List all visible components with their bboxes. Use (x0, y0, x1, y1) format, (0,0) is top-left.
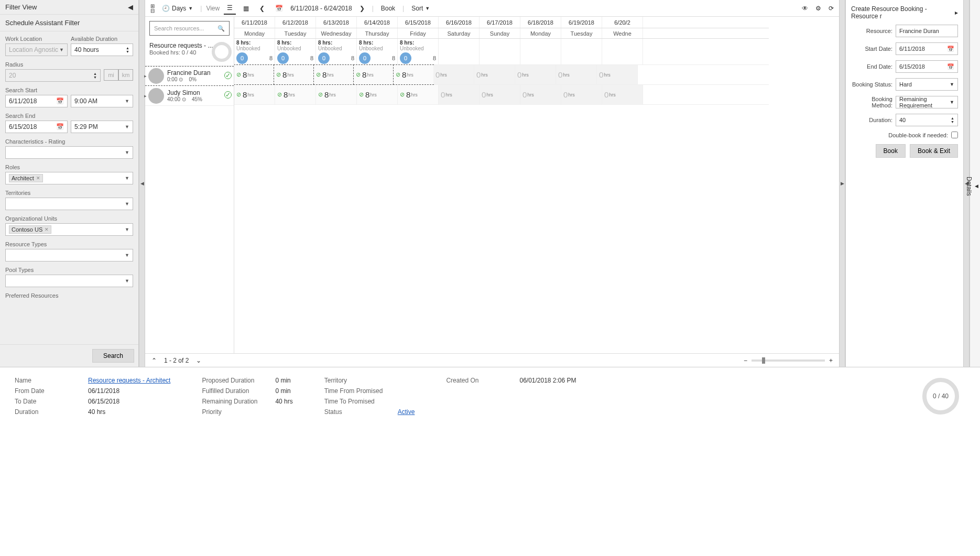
book-button[interactable]: Book (876, 144, 906, 158)
search-button[interactable]: Search (92, 349, 134, 363)
schedule-cell[interactable]: ⊘8hrs (316, 85, 357, 104)
detail-link[interactable]: Resource requests - Architect (88, 377, 170, 384)
detail-row: Time From Promised (324, 387, 415, 395)
expand-arrow-icon[interactable]: ▸ (144, 93, 147, 99)
schedule-cell[interactable]: 0hrs (515, 65, 556, 84)
duration-field[interactable]: 40▲▼ (896, 114, 958, 126)
schedule-cell[interactable]: 0hrs (597, 65, 638, 84)
schedule-cell[interactable]: ⊘8hrs (274, 64, 314, 85)
expand-arrow-icon[interactable]: ▸ (144, 73, 147, 79)
days-dropdown[interactable]: 🕘 Days ▼ (159, 3, 196, 14)
schedule-cell[interactable]: 0hrs (520, 85, 561, 104)
work-location-select[interactable]: Location Agnostic▼ (5, 43, 68, 56)
start-date-field[interactable]: 6/11/2018📅 (896, 42, 958, 55)
schedule-cell[interactable]: ⊘8hrs (234, 64, 275, 85)
resource-field[interactable]: Francine Duran (896, 25, 958, 37)
calendar-button[interactable]: 📅 (272, 3, 286, 14)
schedule-cell[interactable]: ⊘8hrs (353, 64, 394, 85)
date-header: 6/19/2018 (561, 17, 602, 28)
characteristics-select[interactable]: ▼ (5, 146, 133, 159)
schedule-cell[interactable]: ⊘8hrs (357, 85, 398, 104)
resourcetypes-select[interactable]: ▼ (5, 249, 133, 261)
territories-label: Territories (5, 190, 133, 196)
expand-icon[interactable]: ⊞⊟ (150, 4, 155, 13)
radius-input[interactable]: 20▲▼ (5, 69, 101, 82)
visibility-icon[interactable]: 👁 (802, 5, 808, 12)
collapse-filter-tab[interactable]: ◀ (139, 0, 145, 367)
schedule-cell[interactable]: 0hrs (480, 85, 520, 104)
day-header: Saturday (439, 28, 480, 38)
search-end-time[interactable]: 5:29 PM▼ (71, 121, 133, 133)
orgunits-label: Organizational Units (5, 215, 133, 222)
book-button[interactable]: Book (378, 3, 398, 14)
avail-duration-select[interactable]: 40 hours▲▼ (71, 43, 133, 56)
territories-select[interactable]: ▼ (5, 198, 133, 210)
search-resources-input[interactable]: Search resources... 🔍 (149, 21, 230, 36)
schedule-cell[interactable]: 0hrs (602, 85, 643, 104)
search-start-time[interactable]: 9:00 AM▼ (71, 95, 133, 107)
end-date-field[interactable]: 6/15/2018📅 (896, 60, 958, 73)
pager-down-icon[interactable]: ⌄ (196, 357, 201, 364)
radius-mi-btn[interactable]: mi (104, 69, 118, 81)
zoom-slider[interactable] (752, 359, 825, 362)
schedule-cell[interactable]: 0hrs (474, 65, 515, 84)
view-grid-button[interactable]: ▦ (240, 3, 252, 14)
detail-row: Duration40 hrs (15, 408, 170, 416)
unbooked-cell (439, 39, 480, 64)
orgunits-select[interactable]: Contoso US✕ ▼ (5, 223, 133, 236)
next-button[interactable]: ❯ (356, 3, 368, 14)
collapse-left-icon[interactable]: ◀ (128, 3, 133, 11)
work-location-label: Work Location (5, 36, 68, 42)
detail-row: Territory (324, 377, 415, 384)
schedule-cell[interactable]: 0hrs (439, 85, 480, 104)
sort-dropdown[interactable]: Sort ▼ (408, 3, 433, 14)
chevron-right-icon[interactable]: ▸ (955, 9, 958, 16)
zoom-in-button[interactable]: + (829, 357, 833, 364)
search-end-label: Search End (5, 113, 133, 119)
booking-method-select[interactable]: Remaining Requirement▼ (896, 96, 958, 108)
schedule-cell[interactable]: 0hrs (433, 65, 474, 84)
day-header: Monday (234, 28, 275, 38)
roles-select[interactable]: Architect✕ ▼ (5, 172, 133, 184)
date-header: 6/11/2018 (234, 17, 275, 28)
detail-row: Remaining Duration40 hrs (202, 398, 292, 405)
prev-button[interactable]: ❮ (256, 3, 268, 14)
search-icon: 🔍 (217, 25, 225, 32)
schedule-cell[interactable]: ⊘8hrs (275, 85, 316, 104)
unbooked-cell: 8 hrs: Unbooked 08 (398, 39, 439, 64)
radius-km-btn[interactable]: km (118, 69, 133, 81)
pager-up-icon[interactable]: ⌃ (151, 357, 157, 364)
gear-icon[interactable]: ⚙ (815, 5, 821, 12)
date-header: 6/13/2018 (316, 17, 357, 28)
booking-status-select[interactable]: Hard▼ (896, 78, 958, 91)
collapse-center-tab[interactable]: ▶ (839, 0, 845, 367)
schedule-cell[interactable]: ⊘8hrs (393, 64, 434, 85)
refresh-icon[interactable]: ⟳ (829, 5, 834, 12)
zoom-out-button[interactable]: − (744, 357, 747, 364)
search-end-date[interactable]: 6/15/2018📅 (5, 121, 68, 133)
day-header: Thursday (357, 28, 398, 38)
details-tab[interactable]: ◀ Details (970, 0, 980, 367)
unbooked-cell: 8 hrs: Unbooked 08 (275, 39, 316, 64)
resourcetypes-label: Resource Types (5, 241, 133, 247)
detail-link[interactable]: Active (398, 408, 415, 416)
search-start-date[interactable]: 6/11/2018📅 (5, 95, 68, 107)
characteristics-label: Characteristics - Rating (5, 138, 133, 145)
date-header: 6/12/2018 (275, 17, 316, 28)
resource-row[interactable]: ▸ Judy Simon 40:00 ⊙ 45% ✓ (145, 86, 234, 106)
view-list-button[interactable]: ☰ (224, 2, 236, 15)
schedule-cell[interactable]: 0hrs (556, 65, 597, 84)
schedule-cell[interactable]: 0hrs (561, 85, 602, 104)
radius-label: Radius (5, 61, 133, 68)
close-icon: ✕ (45, 227, 49, 232)
schedule-cell[interactable]: ⊘8hrs (398, 85, 439, 104)
schedule-grid[interactable]: 6/11/20186/12/20186/13/20186/14/20186/15… (234, 17, 839, 353)
book-exit-button[interactable]: Book & Exit (910, 144, 958, 158)
unbooked-cell: 8 hrs: Unbooked 08 (357, 39, 398, 64)
check-icon: ✓ (224, 91, 232, 99)
schedule-cell[interactable]: ⊘8hrs (234, 85, 275, 104)
resource-row[interactable]: ▸ Francine Duran 0:00 ⊙ 0% ✓ (145, 66, 234, 86)
double-book-checkbox[interactable] (951, 132, 958, 138)
pooltypes-select[interactable]: ▼ (5, 275, 133, 287)
schedule-cell[interactable]: ⊘8hrs (313, 64, 354, 85)
